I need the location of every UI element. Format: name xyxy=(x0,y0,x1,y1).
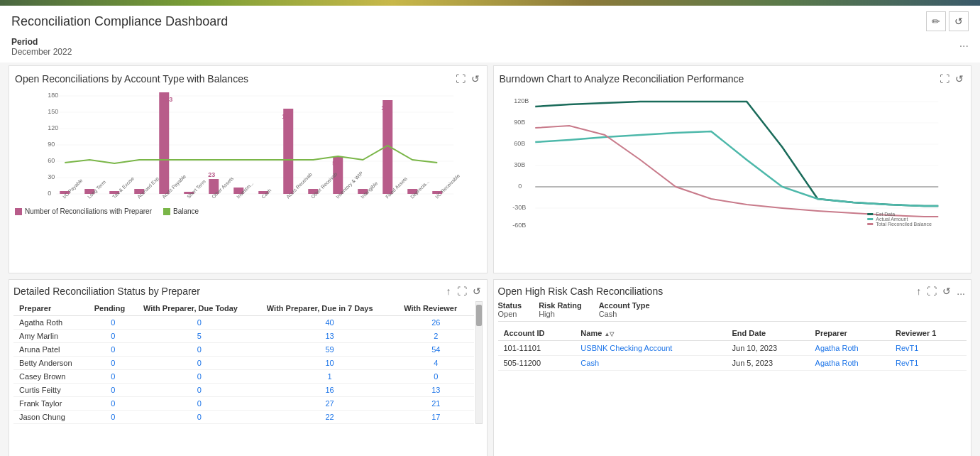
cash-col-id: Account ID xyxy=(498,326,576,341)
bar-chart-header: Open Reconciliations by Account Type wit… xyxy=(15,72,481,86)
cash-recon-title: Open High Risk Cash Reconciliations xyxy=(498,286,664,297)
legend-bar-color xyxy=(15,208,22,215)
sort-icons[interactable]: ▲▽ xyxy=(604,331,614,337)
cell-name[interactable]: USBNK Checking Account xyxy=(575,340,726,355)
burndown-refresh[interactable]: ↺ xyxy=(954,72,965,86)
cell-pending[interactable]: 0 xyxy=(89,410,138,423)
cell-name[interactable]: Cash xyxy=(575,355,726,370)
cell-due-today[interactable]: 0 xyxy=(138,410,261,423)
cell-due-today[interactable]: 0 xyxy=(138,383,261,396)
svg-text:Total Reconciled Balance: Total Reconciled Balance xyxy=(876,222,932,227)
cell-pending[interactable]: 0 xyxy=(89,329,138,342)
svg-text:120: 120 xyxy=(48,124,58,131)
cell-reviewer[interactable]: 0 xyxy=(398,369,473,383)
legend-bar-label: Number of Reconciliations with Preparer xyxy=(25,207,152,215)
cell-reviewer[interactable]: RevT1 xyxy=(890,355,967,370)
svg-rect-18 xyxy=(159,92,169,194)
cell-preparer: Agatha Roth xyxy=(13,315,89,329)
col-due-today: With Preparer, Due Today xyxy=(138,301,261,316)
cell-pending[interactable]: 0 xyxy=(89,383,138,396)
cash-recon-share[interactable]: ↑ xyxy=(915,284,923,298)
cell-reviewer[interactable]: 26 xyxy=(398,315,473,329)
recon-table-refresh[interactable]: ↺ xyxy=(471,284,483,298)
burndown-expand[interactable]: ⛶ xyxy=(938,72,951,86)
cell-due-today[interactable]: 0 xyxy=(138,369,261,383)
cell-due-7days[interactable]: 40 xyxy=(261,315,398,329)
cash-recon-expand[interactable]: ⛶ xyxy=(925,284,938,298)
cash-col-enddate: End Date xyxy=(727,326,810,341)
cash-recon-dots[interactable]: ... xyxy=(955,284,967,298)
cell-preparer: Aruna Patel xyxy=(13,342,89,356)
bar-chart-svg: 180 150 120 90 60 30 0 xyxy=(15,89,481,202)
cell-due-7days[interactable]: 27 xyxy=(261,396,398,410)
period-label: Period xyxy=(11,37,72,47)
recon-table-scrollbar[interactable] xyxy=(475,301,483,424)
cash-table: Account ID Name ▲▽ End Date Preparer Rev… xyxy=(498,326,967,371)
cell-preparer[interactable]: Agatha Roth xyxy=(810,355,890,370)
cash-recon-refresh[interactable]: ↺ xyxy=(941,284,952,298)
cell-preparer: Amy Marlin xyxy=(13,329,89,342)
burndown-actions: ⛶ ↺ xyxy=(938,72,965,86)
page-header: Reconciliation Compliance Dashboard ✏ ↺ xyxy=(0,6,980,34)
cell-pending[interactable]: 0 xyxy=(89,315,138,329)
cell-end-date: Jun 10, 2023 xyxy=(727,340,810,355)
cell-pending[interactable]: 0 xyxy=(89,369,138,383)
header-actions: ✏ ↺ xyxy=(926,11,969,31)
svg-text:Tax & Excise: Tax & Excise xyxy=(111,175,135,199)
filter-status-val: Open xyxy=(498,310,522,318)
cell-due-7days[interactable]: 16 xyxy=(261,383,398,396)
recon-table-row: Casey Brown 0 0 1 0 xyxy=(13,369,474,383)
cell-pending[interactable]: 0 xyxy=(89,342,138,356)
svg-text:-60B: -60B xyxy=(512,222,526,227)
cell-due-today[interactable]: 0 xyxy=(138,396,261,410)
svg-text:90B: 90B xyxy=(514,119,525,126)
col-reviewer: With Reviewer xyxy=(398,301,473,316)
recon-table-actions: ↑ ⛶ ↺ xyxy=(445,284,483,298)
recon-table-row: Betty Anderson 0 0 10 4 xyxy=(13,356,474,369)
cell-due-today[interactable]: 0 xyxy=(138,356,261,369)
cell-reviewer[interactable]: 21 xyxy=(398,396,473,410)
cell-end-date: Jun 5, 2023 xyxy=(727,355,810,370)
cell-reviewer[interactable]: RevT1 xyxy=(890,340,967,355)
cell-reviewer[interactable]: 17 xyxy=(398,410,473,423)
recon-table-share[interactable]: ↑ xyxy=(445,284,453,298)
bar-chart-panel: Open Reconciliations by Account Type wit… xyxy=(9,65,488,273)
svg-rect-66 xyxy=(867,218,873,220)
cash-recon-header: Open High Risk Cash Reconciliations ↑ ⛶ … xyxy=(498,284,967,298)
recon-table-row: Agatha Roth 0 0 40 26 xyxy=(13,315,474,329)
cell-due-7days[interactable]: 59 xyxy=(261,342,398,356)
cell-due-today[interactable]: 0 xyxy=(138,315,261,329)
cell-reviewer[interactable]: 13 xyxy=(398,383,473,396)
cell-due-7days[interactable]: 10 xyxy=(261,356,398,369)
edit-button[interactable]: ✏ xyxy=(926,11,946,31)
recon-table-row: Amy Marlin 0 5 13 2 xyxy=(13,329,474,342)
bar-chart-expand[interactable]: ⛶ xyxy=(454,72,467,86)
bar-chart-refresh[interactable]: ↺ xyxy=(470,72,481,86)
cell-due-7days[interactable]: 1 xyxy=(261,369,398,383)
cell-preparer[interactable]: Agatha Roth xyxy=(810,340,890,355)
svg-text:30B: 30B xyxy=(514,161,525,168)
cell-reviewer[interactable]: 54 xyxy=(398,342,473,356)
burndown-panel: Burndown Chart to Analyze Reconciliation… xyxy=(493,65,972,273)
cell-pending[interactable]: 0 xyxy=(89,396,138,410)
cell-due-today[interactable]: 0 xyxy=(138,342,261,356)
cell-due-today[interactable]: 5 xyxy=(138,329,261,342)
cell-due-7days[interactable]: 13 xyxy=(261,329,398,342)
recon-table-row: Aruna Patel 0 0 59 54 xyxy=(13,342,474,356)
cash-col-reviewer: Reviewer 1 xyxy=(890,326,967,341)
svg-text:150: 150 xyxy=(48,108,58,115)
cash-table-row: 101-11101 USBNK Checking Account Jun 10,… xyxy=(498,340,967,355)
period-dots[interactable]: ... xyxy=(959,37,969,50)
cell-due-7days[interactable]: 22 xyxy=(261,410,398,423)
svg-text:Cash: Cash xyxy=(260,188,272,200)
cell-reviewer[interactable]: 4 xyxy=(398,356,473,369)
burndown-title: Burndown Chart to Analyze Reconciliation… xyxy=(500,73,744,85)
svg-text:0: 0 xyxy=(518,183,522,190)
filter-risk-val: High xyxy=(539,310,582,318)
filter-account: Account Type Cash xyxy=(599,301,650,318)
burndown-svg: 120B 90B 60B 30B 0 -30B -60B Est Data xyxy=(500,89,966,227)
cell-pending[interactable]: 0 xyxy=(89,356,138,369)
recon-table-expand[interactable]: ⛶ xyxy=(456,284,468,298)
cell-reviewer[interactable]: 2 xyxy=(398,329,473,342)
refresh-button[interactable]: ↺ xyxy=(949,11,969,31)
